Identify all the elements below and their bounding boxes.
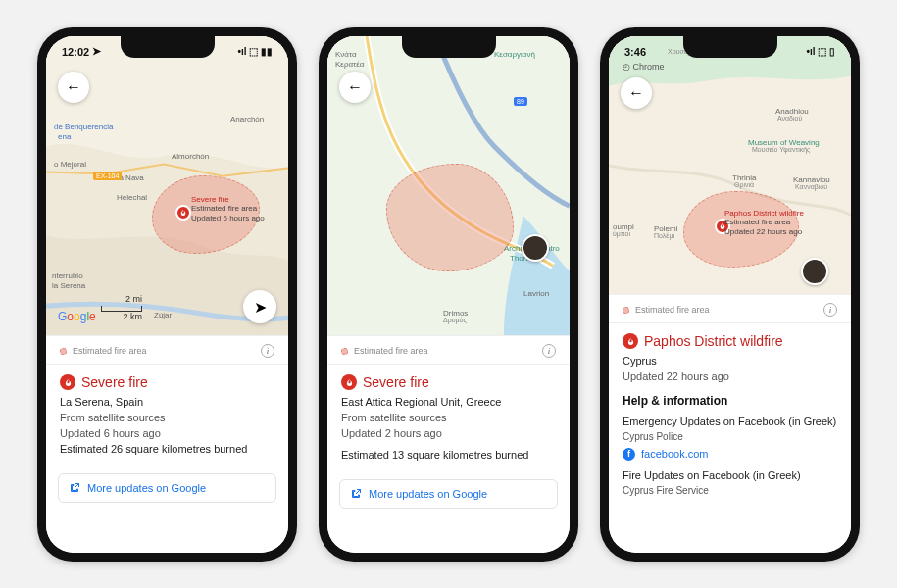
fire-map-label: Severe fire Estimated fire area Updated … <box>191 195 265 223</box>
card-burned: Estimated 13 square kilometres burned <box>341 448 556 464</box>
help-item-title: Fire Updates on Facebook (in Greek) <box>623 468 837 484</box>
scale-bar: 2 mi 2 km <box>101 294 142 321</box>
legend-row: Estimated fire area i <box>609 295 851 323</box>
map-place: ena <box>58 132 71 141</box>
legend-row: Estimated fire area i <box>327 336 570 365</box>
screen: Κνάτα Κερατέα Κεσαργιανή ← 89 Archaio Th… <box>327 36 570 553</box>
help-item-source: Cyprus Police <box>623 430 837 445</box>
bottom-sheet[interactable]: Estimated fire area i Severe fire La Ser… <box>46 335 288 552</box>
map-place: Almorchón <box>172 152 209 161</box>
legend-dot-icon <box>60 348 67 355</box>
more-updates-button[interactable]: More updates on Google <box>339 479 558 509</box>
legend-text: Estimated fire area <box>354 346 428 356</box>
card-line: Cyprus <box>623 354 837 369</box>
info-icon[interactable]: i <box>823 303 837 317</box>
notch <box>683 36 777 58</box>
road-tag: EX-104 <box>93 172 122 180</box>
fire-card: Severe fire La Serena, Spain From satell… <box>46 365 288 467</box>
open-external-icon <box>350 488 362 500</box>
map-place: Lavrion <box>523 289 549 298</box>
bottom-sheet[interactable]: Estimated fire area i Severe fire East A… <box>327 335 570 552</box>
map-place: Anarchón <box>230 115 264 123</box>
map-place: Zújar <box>154 311 172 319</box>
card-title: Severe fire <box>341 372 556 392</box>
notch <box>402 36 496 58</box>
poi-badge-icon[interactable] <box>801 258 828 285</box>
help-item-title: Emergency Updates on Facebook (in Greek) <box>623 415 837 430</box>
map-place: Κανναβιού <box>795 183 827 190</box>
compass-icon: ➤ <box>254 298 267 317</box>
card-line: From satellite sources <box>60 411 274 426</box>
fire-card: Paphos District wildfire Cyprus Updated … <box>609 323 851 508</box>
back-button[interactable]: ← <box>58 72 89 103</box>
legend-dot-icon <box>623 307 629 314</box>
fire-pin-icon[interactable] <box>175 205 191 220</box>
back-button[interactable]: ← <box>339 72 371 103</box>
recenter-button[interactable]: ➤ <box>243 290 276 323</box>
arrow-left-icon: ← <box>66 78 81 96</box>
location-icon: ➤ <box>92 45 101 58</box>
map[interactable]: ← Severe fire Estimated fire area Update… <box>46 36 288 336</box>
map-place: Κερατέα <box>335 60 364 69</box>
card-burned: Estimated 26 square kilometres burned <box>60 442 274 458</box>
phone-1: 12:02 ➤ •ıl ⬚ ▮▮ ← Severe fire Estimated… <box>37 27 297 562</box>
card-title: Paphos District wildfire <box>623 331 837 351</box>
legend-text: Estimated fire area <box>635 305 710 315</box>
map-place: la Serena <box>52 281 85 290</box>
help-item-link[interactable]: f facebook.com <box>623 447 837 463</box>
map-poi: Μουσείο Υφαντικής <box>752 146 810 153</box>
screen: 12:02 ➤ •ıl ⬚ ▮▮ ← Severe fire Estimated… <box>46 36 288 553</box>
status-time: 3:46 <box>624 46 646 58</box>
map-place: Δρυμός <box>443 317 467 323</box>
info-icon[interactable]: i <box>542 344 556 358</box>
status-right: •ıl ⬚ ▮▮ <box>237 46 273 57</box>
card-line: Updated 6 hours ago <box>60 426 274 442</box>
map[interactable]: Χρυσοχούς ← Anadhiou Αναδιού Museum of W… <box>609 36 851 295</box>
more-updates-button[interactable]: More updates on Google <box>58 473 276 503</box>
help-heading: Help & information <box>623 393 837 410</box>
flame-icon <box>60 374 75 390</box>
legend-text: Estimated fire area <box>73 346 147 356</box>
fire-area-blob <box>386 164 514 271</box>
road-tag: 89 <box>514 97 527 106</box>
card-line: Updated 2 hours ago <box>341 426 556 442</box>
poi-badge-icon[interactable] <box>522 234 549 262</box>
status-right: •ıl ⬚ ▯ <box>806 46 835 57</box>
fire-card: Severe fire East Attica Regional Unit, G… <box>327 365 570 473</box>
arrow-left-icon: ← <box>347 78 363 96</box>
map-place: o Mejoral <box>54 160 86 169</box>
back-button[interactable]: ← <box>621 77 652 109</box>
card-line: La Serena, Spain <box>60 395 274 411</box>
legend-dot-icon <box>341 348 348 355</box>
map-place: Αναδιού <box>777 115 802 122</box>
screen: 3:46 •ıl ⬚ ▯ ◴ Chrome Χρυσοχούς ← Anadhi… <box>609 36 851 553</box>
facebook-icon: f <box>623 448 635 461</box>
map-place: Πολέμι <box>654 232 674 239</box>
arrow-left-icon: ← <box>628 84 644 102</box>
legend-row: Estimated fire area i <box>46 336 288 365</box>
help-item-source: Cyprus Fire Service <box>623 484 837 499</box>
flame-icon <box>341 374 357 390</box>
map-place: Helechal <box>117 193 147 202</box>
flame-icon <box>623 333 638 349</box>
map-place: de Benquerencia <box>54 122 114 131</box>
fire-map-label: Paphos District wildfire Estimated fire … <box>724 209 804 237</box>
notch <box>121 36 215 58</box>
status-time: 12:02 <box>62 46 89 58</box>
card-line: From satellite sources <box>341 411 556 426</box>
google-logo: Google <box>58 310 96 323</box>
map-place: Θρινιά <box>734 181 754 188</box>
card-line: East Attica Regional Unit, Greece <box>341 395 556 411</box>
phone-3: 3:46 •ıl ⬚ ▯ ◴ Chrome Χρυσοχούς ← Anadhi… <box>600 27 860 562</box>
card-title: Severe fire <box>60 372 274 392</box>
map-place: nterrubio <box>52 271 83 280</box>
map-place: Κεσαργιανή <box>494 50 535 59</box>
map-place: ύμποι <box>613 230 630 237</box>
map[interactable]: Κνάτα Κερατέα Κεσαργιανή ← 89 Archaio Th… <box>327 36 570 336</box>
map-place: Κνάτα <box>335 50 357 59</box>
card-line: Updated 22 hours ago <box>623 369 837 385</box>
bottom-sheet[interactable]: Estimated fire area i Paphos District wi… <box>609 294 851 553</box>
phone-2: Κνάτα Κερατέα Κεσαργιανή ← 89 Archaio Th… <box>319 27 578 562</box>
info-icon[interactable]: i <box>261 344 274 358</box>
open-external-icon <box>69 482 80 494</box>
